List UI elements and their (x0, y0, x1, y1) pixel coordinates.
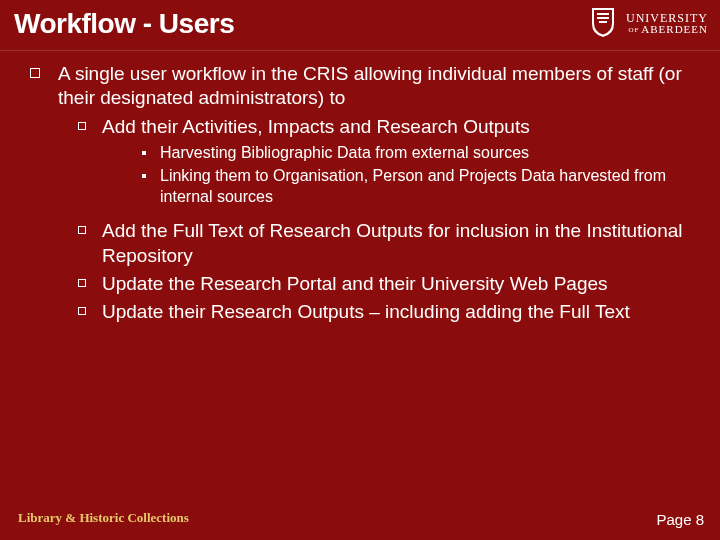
logo-text: UNIVERSITY OFABERDEEN (626, 12, 708, 35)
bullet-text: A single user workflow in the CRIS allow… (58, 63, 682, 108)
shield-icon (590, 6, 616, 41)
svg-rect-1 (597, 17, 609, 19)
bullet-level3: Harvesting Bibliographic Data from exter… (136, 143, 692, 164)
university-logo: UNIVERSITY OFABERDEEN (590, 6, 708, 41)
svg-rect-0 (597, 13, 609, 15)
bullet-level2: Update their Research Outputs – includin… (72, 300, 692, 324)
footer-department: Library & Historic Collections (18, 510, 189, 526)
slide-title: Workflow - Users (14, 8, 234, 40)
bullet-text: Add the Full Text of Research Outputs fo… (102, 220, 683, 265)
bullet-level2: Add their Activities, Impacts and Resear… (72, 115, 692, 208)
bullet-level3: Linking them to Organisation, Person and… (136, 166, 692, 208)
bullet-text: Update the Research Portal and their Uni… (102, 273, 608, 294)
slide: Workflow - Users UNIVERSITY OFABERDEEN A… (0, 0, 720, 540)
bullet-text: Linking them to Organisation, Person and… (160, 167, 666, 205)
bullet-level2: Add the Full Text of Research Outputs fo… (72, 219, 692, 268)
svg-rect-2 (599, 21, 607, 23)
bullet-text: Add their Activities, Impacts and Resear… (102, 116, 530, 137)
title-divider (0, 50, 720, 51)
bullet-level1: A single user workflow in the CRIS allow… (28, 62, 692, 325)
bullet-text: Update their Research Outputs – includin… (102, 301, 630, 322)
bullet-text: Harvesting Bibliographic Data from exter… (160, 144, 529, 161)
page-number: Page 8 (656, 511, 704, 528)
slide-body: A single user workflow in the CRIS allow… (28, 62, 692, 331)
bullet-level2: Update the Research Portal and their Uni… (72, 272, 692, 296)
